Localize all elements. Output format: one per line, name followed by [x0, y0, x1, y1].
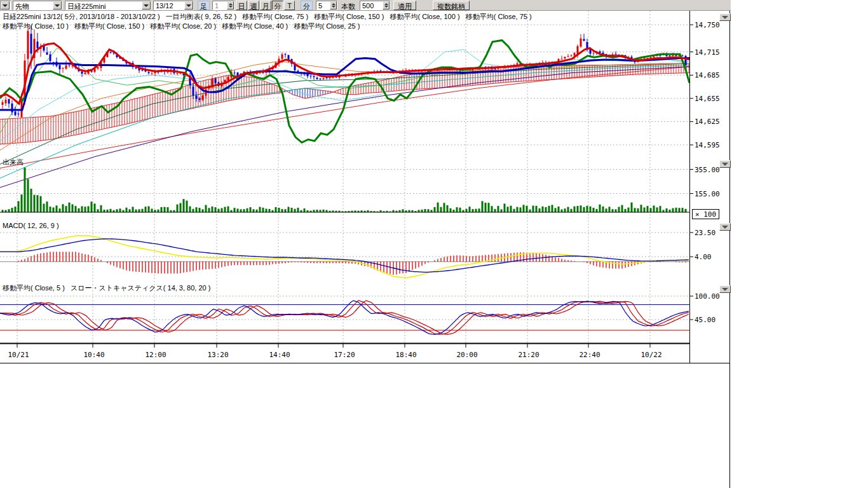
chevron-down-icon	[722, 16, 728, 19]
axis-tick-label: 14,750	[695, 22, 720, 29]
main-panel-menu-button[interactable]	[719, 13, 731, 21]
volume-panel-menu-button[interactable]	[719, 160, 731, 168]
macd-panel-menu-button[interactable]	[719, 223, 731, 231]
time-axis-label: 14:40	[267, 351, 292, 358]
axis-tick-label: 155.00	[695, 191, 720, 198]
chart-canvas	[0, 0, 868, 488]
axis-tick-label: 45.00	[695, 316, 715, 323]
macd-panel-label: MACD( 12, 26, 9 )	[3, 222, 59, 229]
axis-tick-label: 14,715	[695, 49, 720, 56]
time-axis-label: 18:40	[393, 351, 419, 358]
stochastics-panel-label: 移動平均( Close, 5 ) スロー・ストキャスティクス( 14, 3, 8…	[3, 285, 210, 292]
time-axis-label: 12:00	[143, 351, 168, 358]
time-axis-label: 13:20	[205, 351, 231, 358]
axis-tick-label: 14,685	[695, 72, 720, 79]
time-axis-label: 20:00	[454, 351, 480, 358]
volume-panel-label: 出来高	[3, 159, 24, 166]
axis-tick-label: 4.00	[695, 254, 712, 261]
trading-app-window: 先物 日経225mini 13/12 足 1 日 週 月 分 T 分 5 本数 …	[0, 0, 868, 488]
time-axis-label: 10/21	[6, 351, 31, 358]
time-axis-label: 10/22	[639, 351, 664, 358]
main-panel-title-line1: 日経225mini 13/12( 5分, 2013/10/18 - 2013/1…	[3, 13, 532, 20]
chevron-down-icon	[722, 163, 728, 166]
main-panel-title-line2: 移動平均( Close, 10 ) 移動平均( Close, 150 ) 移動平…	[3, 23, 360, 30]
volume-multiplier-box: × 100	[692, 209, 719, 219]
stochastics-panel-menu-button[interactable]	[719, 285, 731, 293]
time-axis-label: 22:40	[577, 351, 602, 358]
chevron-down-icon	[722, 288, 728, 291]
axis-tick-label: 14,595	[695, 142, 720, 149]
axis-tick-label: 100.00	[695, 293, 720, 300]
chevron-down-icon	[722, 226, 728, 229]
axis-tick-label: 14,625	[695, 118, 720, 125]
axis-tick-label: 355.00	[695, 166, 720, 173]
axis-tick-label: 14,655	[695, 95, 720, 102]
axis-tick-label: 23.50	[695, 229, 715, 236]
time-axis-label: 10:40	[81, 351, 107, 358]
time-axis-label: 17:20	[332, 351, 357, 358]
time-axis-label: 21:20	[516, 351, 541, 358]
